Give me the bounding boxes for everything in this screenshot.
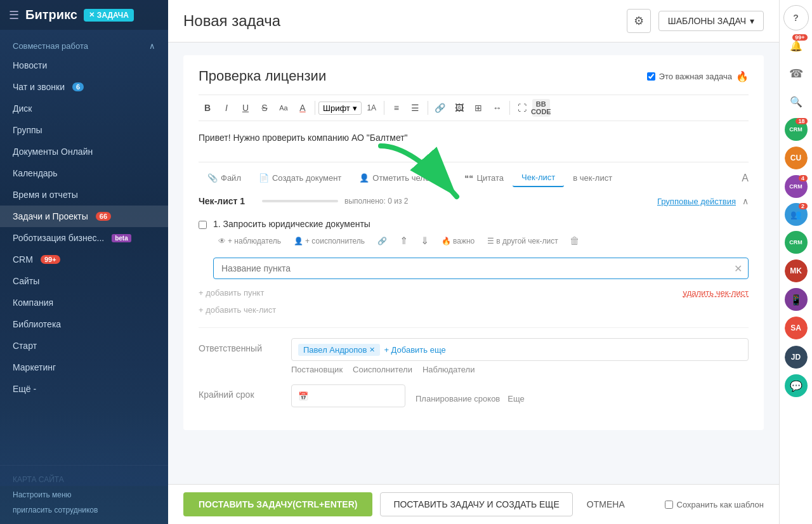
- sidebar-item-news[interactable]: Новости: [0, 55, 168, 76]
- sidebar-item-marketing[interactable]: Маркетинг: [0, 357, 168, 378]
- bbcode-button[interactable]: BBCODE: [532, 99, 550, 117]
- save-template-label: Сохранить как шаблон: [677, 500, 764, 509]
- user-avatar-cu[interactable]: CU: [785, 147, 808, 169]
- image-button[interactable]: 🖼: [450, 99, 468, 117]
- sidebar-item-disk[interactable]: Диск: [0, 98, 168, 119]
- typography-icon[interactable]: A: [742, 173, 749, 184]
- editor-content[interactable]: Привет! Нужно проверить компанию АО "Бал…: [199, 128, 749, 153]
- chat-btn[interactable]: 💬: [783, 373, 809, 398]
- move-to-checklist-btn[interactable]: ☰ в другой чек-лист: [482, 235, 563, 247]
- sidebar-nav: Совместная работа ∧ Новости Чат и звонки…: [0, 30, 168, 465]
- font-size-button[interactable]: 1A: [363, 99, 381, 117]
- bold-button[interactable]: B: [199, 99, 216, 117]
- sidebar-item-sites[interactable]: Сайты: [0, 270, 168, 292]
- table-button[interactable]: ⊞: [469, 99, 487, 117]
- sidebar-item-crm[interactable]: CRM99+: [0, 249, 168, 270]
- sidebar-item-docs[interactable]: Документы Онлайн: [0, 141, 168, 162]
- gear-button[interactable]: ⚙: [627, 9, 651, 33]
- add-to-checklist-btn[interactable]: в чек-лист: [564, 169, 621, 187]
- clear-new-item-btn[interactable]: ✕: [734, 263, 742, 275]
- more-link[interactable]: Еще: [508, 394, 524, 403]
- create-doc-btn[interactable]: 📄 Создать документ: [250, 169, 350, 187]
- group-actions-btn[interactable]: Групповые действия: [657, 197, 736, 206]
- font-select[interactable]: Шрифт ▾: [318, 102, 362, 115]
- strikethrough-button[interactable]: S: [256, 99, 273, 117]
- list-unordered-button[interactable]: ☰: [407, 99, 424, 117]
- help-icon-btn[interactable]: ?: [783, 5, 809, 30]
- sidebar-item-start[interactable]: Старт: [0, 335, 168, 357]
- submit-task-button[interactable]: ПОСТАВИТЬ ЗАДАЧУ(CTRL+ENTER): [183, 492, 372, 516]
- attach-file-btn[interactable]: 📎 Файл: [199, 169, 250, 187]
- submit-and-create-button[interactable]: ПОСТАВИТЬ ЗАДАЧУ И СОЗДАТЬ ЕЩЕ: [380, 492, 572, 516]
- add-coworker-btn[interactable]: 👤 + соисполнитель: [289, 235, 370, 247]
- sidebar-item-calendar[interactable]: Календарь: [0, 162, 168, 184]
- phone-call-btn[interactable]: ☎: [783, 61, 809, 86]
- co-workers-link[interactable]: Соисполнители: [353, 365, 412, 374]
- sitemap-link[interactable]: КАРТА САЙТА: [13, 472, 155, 487]
- fullscreen-button[interactable]: ⛶: [513, 99, 531, 117]
- user-avatar-mk[interactable]: MK: [785, 259, 808, 282]
- delete-item-btn[interactable]: 🗑: [566, 233, 584, 249]
- cancel-button[interactable]: ОТМЕНА: [580, 493, 631, 516]
- hamburger-icon[interactable]: ☰: [9, 8, 19, 22]
- delete-checklist-btn[interactable]: удалить чек-лист: [683, 288, 749, 298]
- new-item-input[interactable]: [213, 258, 749, 279]
- invite-colleagues-link[interactable]: пригласить сотрудников: [13, 502, 155, 518]
- sidebar-item-robot[interactable]: Роботизация бизнес...beta: [0, 227, 168, 249]
- configure-menu-link[interactable]: Настроить меню: [13, 487, 155, 502]
- sidebar-item-company[interactable]: Компания: [0, 292, 168, 313]
- color-button[interactable]: A: [294, 99, 311, 117]
- sidebar-item-more[interactable]: Ещё -: [0, 378, 168, 400]
- sidebar-item-time[interactable]: Время и отчеты: [0, 184, 168, 206]
- crm-green2-btn[interactable]: CRM: [783, 230, 809, 255]
- community-btn[interactable]: 👥 2: [783, 202, 809, 227]
- move-up-btn[interactable]: ⇑: [395, 233, 413, 249]
- underline-button[interactable]: U: [237, 99, 254, 117]
- checklist: выполнено: 0 из 2 Групповые действия ∧ 1…: [199, 196, 749, 303]
- add-responsible-btn[interactable]: + Добавить еще: [384, 345, 445, 355]
- task-form: Это важная задача 🔥 B I U S Aa A Шрифт ▾…: [168, 43, 779, 484]
- checklist-tab-btn[interactable]: Чек-лист: [513, 169, 564, 187]
- crm-green-btn[interactable]: CRM 18: [783, 117, 809, 142]
- important-checkbox[interactable]: [647, 72, 655, 81]
- quote-btn[interactable]: ❝❝ Цитата: [455, 169, 513, 187]
- remove-person-btn[interactable]: ✕: [369, 346, 375, 354]
- sidebar-item-groups[interactable]: Группы: [0, 119, 168, 141]
- postavshchik-link[interactable]: Постановщик: [291, 365, 343, 374]
- task-badge-close-icon[interactable]: ✕: [89, 11, 95, 19]
- collapse-checklist-btn[interactable]: ∧: [742, 196, 749, 206]
- move-down-btn[interactable]: ⇓: [416, 233, 434, 249]
- templates-button[interactable]: ШАБЛОНЫ ЗАДАЧ ▾: [658, 11, 764, 31]
- sidebar-item-chat[interactable]: Чат и звонки6: [0, 76, 168, 98]
- italic-button[interactable]: I: [218, 99, 235, 117]
- mention-person-btn[interactable]: 👤 Отметить человека: [350, 169, 455, 187]
- mark-important-btn[interactable]: 🔥 важно: [436, 235, 480, 247]
- list-ordered-button[interactable]: ≡: [388, 99, 405, 117]
- user-avatar-sa[interactable]: SA: [785, 317, 808, 339]
- viber-btn[interactable]: 📱: [783, 287, 809, 312]
- format-button[interactable]: Aa: [275, 99, 292, 117]
- user-avatar-jd[interactable]: JD: [785, 346, 808, 369]
- embed-button[interactable]: ↔: [488, 99, 506, 117]
- planning-link[interactable]: Планирование сроков: [416, 394, 500, 403]
- add-observer-btn[interactable]: 👁 + наблюдатель: [213, 235, 286, 247]
- checklist-footer: + добавить пункт удалить чек-лист: [199, 283, 749, 303]
- notification-bell-btn[interactable]: 🔔 99+: [783, 33, 809, 58]
- chevron-down-icon: ▾: [750, 16, 754, 26]
- search-btn[interactable]: 🔍: [783, 89, 809, 114]
- task-title-input[interactable]: [199, 68, 647, 84]
- checklist-title-input[interactable]: [199, 196, 256, 206]
- crm-purple-btn[interactable]: CRM 4: [783, 174, 809, 199]
- save-template-checkbox[interactable]: [665, 501, 673, 509]
- deadline-input[interactable]: 📅: [291, 384, 405, 407]
- sidebar-section-header[interactable]: Совместная работа ∧: [0, 35, 168, 55]
- sidebar-item-tasks[interactable]: Задачи и Проекты66: [0, 206, 168, 227]
- add-checklist-btn[interactable]: + добавить чек-лист: [199, 303, 749, 322]
- responsible-input[interactable]: Павел Андропов ✕ + Добавить еще: [291, 338, 749, 361]
- link-button[interactable]: 🔗: [431, 99, 449, 117]
- add-point-btn[interactable]: + добавить пункт: [199, 288, 264, 298]
- observers-link[interactable]: Наблюдатели: [422, 365, 475, 374]
- item-link-btn[interactable]: 🔗: [372, 235, 392, 247]
- checklist-item-1-checkbox[interactable]: [199, 221, 207, 229]
- sidebar-item-library[interactable]: Библиотека: [0, 313, 168, 335]
